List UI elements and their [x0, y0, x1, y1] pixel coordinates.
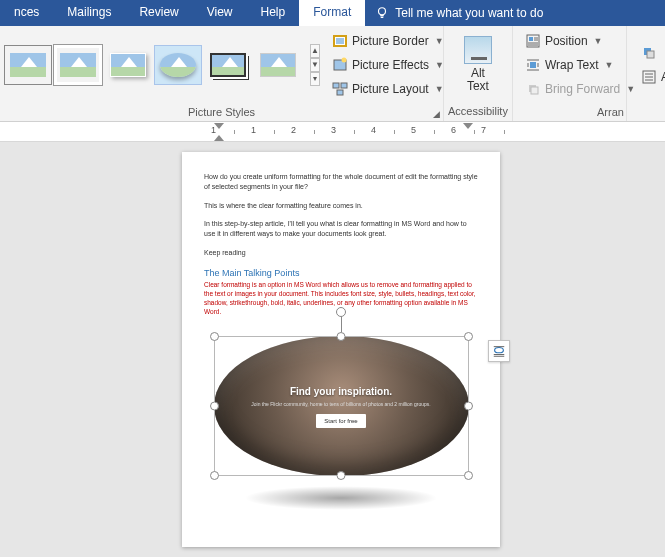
tab-help[interactable]: Help [247, 0, 300, 26]
chevron-down-icon: ▼ [435, 84, 444, 94]
group-title-accessibility: Accessibility [444, 103, 512, 121]
rotation-connector [341, 315, 342, 332]
gallery-scroll-down[interactable]: ▼ [310, 58, 320, 72]
partial-button-2[interactable]: A [635, 66, 665, 88]
picture-border-label: Picture Border [352, 34, 429, 48]
svg-rect-9 [529, 37, 533, 41]
group-title-arrange: Arran [513, 104, 626, 121]
partial-label: A [661, 70, 665, 84]
selection-box [214, 336, 469, 476]
layout-options-icon [492, 344, 506, 358]
tab-view[interactable]: View [193, 0, 247, 26]
paragraph: This is where the clear formatting featu… [204, 201, 478, 211]
resize-handle-t[interactable] [337, 332, 346, 341]
ruler-number: 2 [291, 125, 296, 137]
group-accessibility: AltText Accessibility [444, 26, 513, 121]
picture-style-oval[interactable] [154, 45, 202, 85]
dialog-launcher-icon[interactable]: ◢ [431, 109, 441, 119]
ribbon: ▲ ▼ ▾ Picture Border ▼ Picture Effects ▼… [0, 26, 665, 122]
resize-handle-tl[interactable] [210, 332, 219, 341]
resize-handle-r[interactable] [464, 402, 473, 411]
tab-mailings[interactable]: Mailings [53, 0, 125, 26]
resize-handle-br[interactable] [464, 471, 473, 480]
picture-shadow [244, 486, 438, 510]
svg-rect-6 [341, 83, 347, 88]
svg-rect-7 [337, 90, 343, 95]
tell-me-search[interactable]: Tell me what you want to do [365, 0, 553, 26]
page[interactable]: How do you create uniform formatting for… [182, 152, 500, 547]
ribbon-tabs: nces Mailings Review View Help Format Te… [0, 0, 665, 26]
alt-text-icon [464, 36, 492, 64]
resize-handle-tr[interactable] [464, 332, 473, 341]
picture-style-3[interactable] [104, 45, 152, 85]
picture-style-2[interactable] [54, 45, 102, 85]
tab-format[interactable]: Format [299, 0, 365, 26]
resize-handle-l[interactable] [210, 402, 219, 411]
picture-layout-button[interactable]: Picture Layout ▼ [326, 78, 450, 100]
paragraph: In this step-by-step article, I'll tell … [204, 219, 478, 239]
partial-button-1[interactable] [635, 42, 665, 64]
ruler-number: 1 [211, 125, 216, 137]
selection-pane-icon [641, 69, 657, 85]
wrap-text-icon [525, 57, 541, 73]
gallery-scroll-up[interactable]: ▲ [310, 44, 320, 58]
position-icon [525, 33, 541, 49]
ruler-number: 5 [411, 125, 416, 137]
lightbulb-icon [375, 6, 389, 20]
horizontal-ruler[interactable]: 11234567 [0, 122, 665, 142]
resize-handle-b[interactable] [337, 471, 346, 480]
picture-layout-icon [332, 81, 348, 97]
bring-forward-label: Bring Forward [545, 82, 620, 96]
chevron-down-icon: ▼ [594, 36, 603, 46]
picture-style-gallery [4, 45, 302, 85]
picture-style-1[interactable] [4, 45, 52, 85]
tell-me-label: Tell me what you want to do [395, 6, 543, 20]
ruler-number: 1 [251, 125, 256, 137]
bring-forward-button: Bring Forward ▼ [519, 78, 641, 100]
ruler-number: 7 [481, 125, 486, 137]
bring-forward-icon [525, 81, 541, 97]
heading: The Main Talking Points [204, 267, 478, 280]
svg-rect-22 [531, 87, 538, 94]
picture-effects-label: Picture Effects [352, 58, 429, 72]
picture-style-5[interactable] [204, 45, 252, 85]
svg-rect-24 [647, 51, 654, 58]
chevron-down-icon: ▼ [435, 36, 444, 46]
layout-options-button[interactable] [488, 340, 510, 362]
group-title-right [627, 103, 665, 121]
position-label: Position [545, 34, 588, 48]
selected-picture[interactable]: Find your inspiration. Join the Flickr c… [214, 326, 469, 518]
document-area: How do you create uniform formatting for… [0, 142, 665, 557]
ruler-number: 6 [451, 125, 456, 137]
picture-layout-label: Picture Layout [352, 82, 429, 96]
svg-point-0 [379, 8, 386, 15]
alt-text-label1: Alt [471, 66, 485, 80]
alt-text-label2: Text [467, 79, 489, 93]
svg-point-4 [341, 58, 346, 63]
wrap-text-button[interactable]: Wrap Text ▼ [519, 54, 641, 76]
ruler-number: 4 [371, 125, 376, 137]
picture-style-6[interactable] [254, 45, 302, 85]
position-button[interactable]: Position ▼ [519, 30, 641, 52]
alt-text-button[interactable]: AltText [454, 32, 502, 97]
paragraph: How do you create uniform formatting for… [204, 172, 478, 192]
tab-review[interactable]: Review [125, 0, 192, 26]
tab-references[interactable]: nces [0, 0, 53, 26]
group-right-partial: A [627, 26, 665, 121]
svg-rect-5 [333, 83, 339, 88]
picture-effects-button[interactable]: Picture Effects ▼ [326, 54, 450, 76]
paragraph: Keep reading [204, 248, 478, 258]
wrap-text-label: Wrap Text [545, 58, 599, 72]
gallery-more[interactable]: ▾ [310, 72, 320, 86]
group-title-label: Picture Styles [188, 106, 255, 118]
resize-handle-bl[interactable] [210, 471, 219, 480]
group-arrange: Position ▼ Wrap Text ▼ Bring Forward ▼ A… [513, 26, 627, 121]
gallery-scroll: ▲ ▼ ▾ [310, 44, 320, 86]
chevron-down-icon: ▼ [604, 60, 613, 70]
ruler-number: 3 [331, 125, 336, 137]
picture-border-button[interactable]: Picture Border ▼ [326, 30, 450, 52]
group-picture-styles: ▲ ▼ ▾ Picture Border ▼ Picture Effects ▼… [0, 26, 444, 121]
picture-effects-icon [332, 57, 348, 73]
right-indent-marker[interactable] [463, 123, 473, 129]
rotation-handle[interactable] [336, 307, 346, 317]
